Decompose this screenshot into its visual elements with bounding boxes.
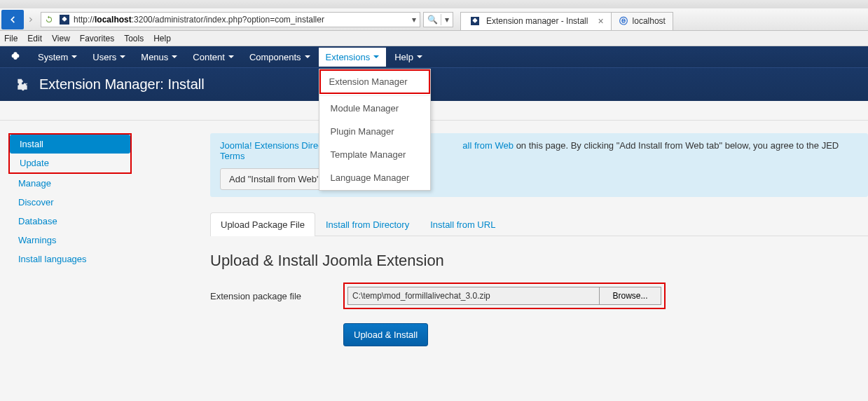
joomla-top-nav: System Users Menus Content Components Ex…: [0, 46, 868, 67]
sidebar-item-database[interactable]: Database: [8, 212, 195, 231]
nav-menus[interactable]: Menus: [134, 48, 184, 67]
back-button[interactable]: [1, 10, 24, 29]
tab-label: Extension manager - Install: [486, 16, 588, 26]
nav-help[interactable]: Help: [387, 48, 429, 67]
extension-file-label: Extension package file: [210, 291, 315, 301]
tab-upload-package[interactable]: Upload Package File: [210, 212, 315, 236]
dropdown-template-manager[interactable]: Template Manager: [321, 144, 429, 165]
joomla-favicon: [471, 17, 479, 25]
tab-install-url[interactable]: Install from URL: [420, 212, 506, 236]
browser-menubar: File Edit View Favorites Tools Help: [0, 31, 868, 46]
extensions-dropdown: Extension Manager Module Manager Plugin …: [319, 69, 431, 191]
dropdown-language-manager[interactable]: Language Manager: [321, 167, 429, 189]
nav-content[interactable]: Content: [186, 48, 241, 67]
menu-edit[interactable]: Edit: [27, 34, 42, 43]
upload-install-button[interactable]: Upload & Install: [343, 323, 428, 346]
info-box: Joomla! Extensions Directory (all from W…: [210, 133, 868, 197]
menu-help[interactable]: Help: [153, 34, 171, 43]
dropdown-extension-manager[interactable]: Extension Manager: [319, 69, 430, 94]
nav-system[interactable]: System: [31, 48, 84, 67]
install-tabs: Upload Package File Install from Directo…: [210, 212, 868, 236]
nav-components[interactable]: Components: [242, 48, 317, 67]
browser-tab-2[interactable]: ⓔ localhost: [611, 12, 673, 30]
browser-search[interactable]: 🔍 ▾: [423, 12, 453, 27]
tab-install-directory[interactable]: Install from Directory: [315, 212, 420, 236]
menu-view[interactable]: View: [52, 34, 70, 43]
puzzle-icon: [14, 76, 31, 93]
forward-button[interactable]: [24, 10, 38, 29]
section-heading: Upload & Install Joomla Extension: [210, 252, 868, 270]
sidebar-item-warnings[interactable]: Warnings: [8, 231, 195, 250]
extension-file-input[interactable]: [347, 287, 600, 305]
info-link-web[interactable]: all from Web: [462, 140, 514, 151]
joomla-logo-icon[interactable]: [8, 50, 22, 64]
dropdown-module-manager[interactable]: Module Manager: [321, 97, 429, 119]
search-icon: 🔍: [424, 15, 441, 25]
sidebar-item-install[interactable]: Install: [10, 135, 130, 154]
tab-label: localhost: [633, 16, 666, 26]
refresh-button[interactable]: [41, 12, 57, 27]
ie-icon: ⓔ: [619, 16, 628, 26]
nav-extensions[interactable]: Extensions: [319, 48, 387, 67]
menu-file[interactable]: File: [4, 34, 18, 43]
sidebar-item-discover[interactable]: Discover: [8, 193, 195, 212]
sidebar-item-update[interactable]: Update: [10, 154, 130, 172]
url-dropdown[interactable]: ▾: [408, 15, 420, 25]
joomla-favicon: [60, 15, 69, 25]
sidebar-item-install-languages[interactable]: Install languages: [8, 250, 195, 269]
sidebar: Install Update Manage Discover Database …: [0, 121, 203, 359]
browser-tab-1[interactable]: Extension manager - Install ×: [460, 12, 612, 30]
info-link-terms[interactable]: Terms: [220, 151, 244, 161]
menu-tools[interactable]: Tools: [124, 34, 144, 43]
url-bar[interactable]: http://localhost:3200/administrator/inde…: [72, 15, 408, 25]
browser-nav-bar: http://localhost:3200/administrator/inde…: [0, 8, 868, 31]
close-tab-icon[interactable]: ×: [598, 15, 603, 27]
dropdown-plugin-manager[interactable]: Plugin Manager: [321, 121, 429, 142]
nav-users[interactable]: Users: [85, 48, 132, 67]
search-dropdown[interactable]: ▾: [441, 15, 453, 25]
menu-favorites[interactable]: Favorites: [80, 34, 114, 43]
page-header: Extension Manager: Install: [0, 67, 868, 101]
file-input-group: Browse...: [343, 283, 666, 309]
sidebar-item-manage[interactable]: Manage: [8, 174, 195, 193]
page-title: Extension Manager: Install: [39, 76, 205, 93]
info-text: on this page. By clicking "Add Install f…: [514, 140, 839, 151]
browse-button[interactable]: Browse...: [600, 287, 661, 305]
